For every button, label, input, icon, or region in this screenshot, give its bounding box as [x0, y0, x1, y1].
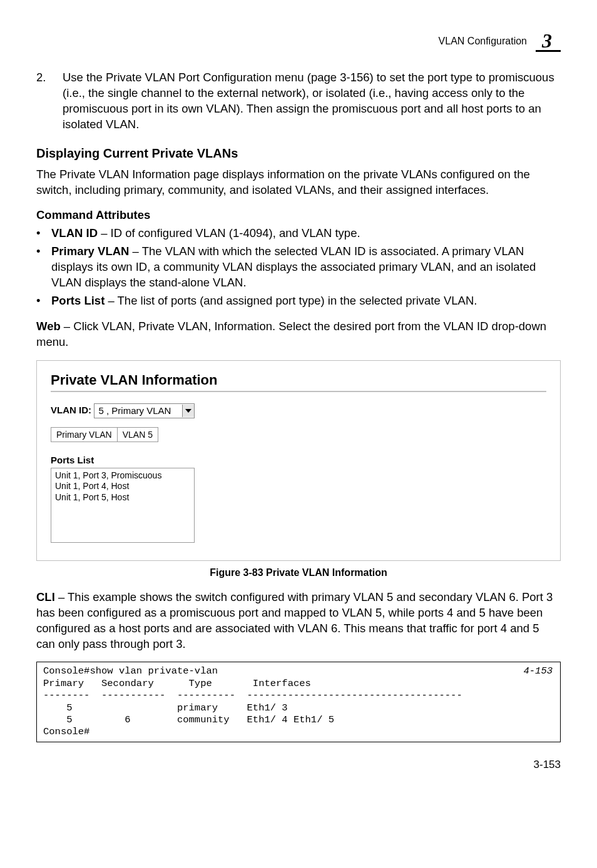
list-item[interactable]: Unit 1, Port 4, Host	[55, 481, 190, 492]
ports-listbox[interactable]: Unit 1, Port 3, Promiscuous Unit 1, Port…	[51, 468, 195, 543]
page-number: 3-153	[36, 759, 561, 771]
bullet-rest: – The list of ports (and assigned port t…	[105, 294, 477, 307]
figure-caption: Figure 3-83 Private VLAN Information	[36, 567, 561, 578]
chapter-number-icon: 3	[536, 30, 561, 53]
vlan-id-label: VLAN ID:	[51, 405, 91, 415]
bullet-rest: – ID of configured VLAN (1-4094), and VL…	[98, 226, 360, 240]
bullet-lead: Ports List	[51, 294, 105, 307]
section-heading: Displaying Current Private VLANs	[36, 146, 561, 161]
screenshot-panel: Private VLAN Information VLAN ID: 5 , Pr…	[36, 360, 561, 561]
bullet-item: •VLAN ID – ID of configured VLAN (1-4094…	[36, 226, 561, 241]
screenshot-divider	[51, 391, 546, 392]
list-item[interactable]: Unit 1, Port 5, Host	[55, 492, 190, 503]
cli-lead: CLI	[36, 590, 55, 603]
vlan-id-select-value: 5 , Primary VLAN	[94, 405, 182, 416]
bullet-dot: •	[36, 226, 51, 241]
primary-vlan-header: Primary VLAN	[51, 427, 118, 442]
list-item[interactable]: Unit 1, Port 3, Promiscuous	[55, 470, 190, 482]
ports-list-label: Ports List	[51, 455, 546, 465]
console-page-ref: 4-153	[523, 665, 553, 677]
console-output: 4-153Console#show vlan private-vlan Prim…	[36, 662, 561, 742]
screenshot-title: Private VLAN Information	[51, 372, 546, 388]
bullet-item: •Primary VLAN – The VLAN with which the …	[36, 244, 561, 291]
bullet-dot: •	[36, 244, 51, 291]
step-text: Use the Private VLAN Port Configuration …	[63, 70, 561, 133]
bullet-body: Primary VLAN – The VLAN with which the s…	[51, 244, 561, 291]
cli-rest: – This example shows the switch configur…	[36, 590, 553, 650]
bullet-lead: VLAN ID	[51, 226, 98, 240]
chevron-down-icon	[182, 405, 194, 417]
bullet-lead: Primary VLAN	[51, 245, 129, 258]
svg-marker-1	[185, 409, 191, 413]
bullet-body: VLAN ID – ID of configured VLAN (1-4094)…	[51, 226, 561, 241]
chapter-number-glyph: 3	[541, 30, 552, 52]
section-title: VLAN Configuration	[439, 36, 527, 47]
bullet-item: •Ports List – The list of ports (and ass…	[36, 293, 561, 309]
primary-vlan-value: VLAN 5	[117, 427, 158, 442]
step-item: 2. Use the Private VLAN Port Configurati…	[36, 70, 561, 133]
console-lines: Console#show vlan private-vlan Primary S…	[43, 665, 462, 737]
command-attributes-heading: Command Attributes	[36, 208, 561, 222]
web-instruction: Web – Click VLAN, Private VLAN, Informat…	[36, 319, 561, 350]
intro-paragraph: The Private VLAN Information page displa…	[36, 167, 561, 198]
cli-paragraph: CLI – This example shows the switch conf…	[36, 590, 561, 652]
primary-vlan-table: Primary VLAN VLAN 5	[51, 427, 158, 442]
web-rest: – Click VLAN, Private VLAN, Information.…	[36, 320, 546, 348]
web-lead: Web	[36, 320, 61, 333]
page-header: VLAN Configuration 3	[36, 30, 561, 53]
vlan-id-select[interactable]: 5 , Primary VLAN	[94, 403, 195, 418]
bullet-dot: •	[36, 293, 51, 309]
bullet-body: Ports List – The list of ports (and assi…	[51, 293, 561, 309]
step-number: 2.	[36, 70, 63, 133]
